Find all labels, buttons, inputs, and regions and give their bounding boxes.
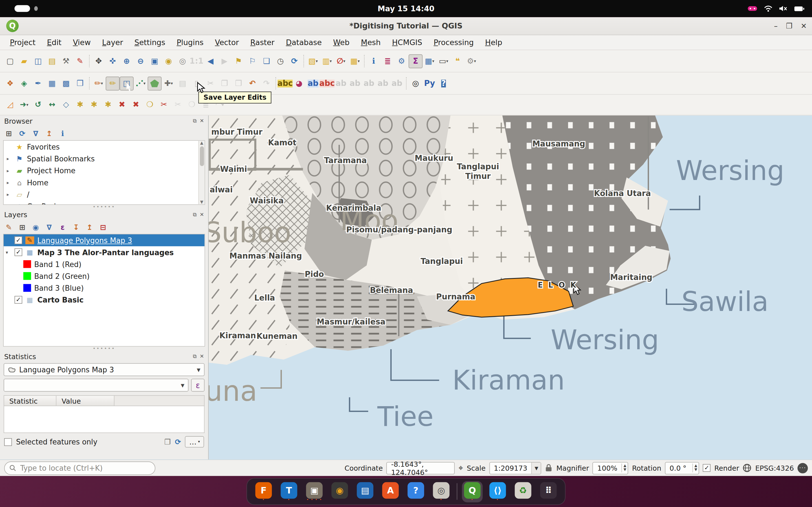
zoom-native[interactable]: 1:1▾ (190, 54, 204, 68)
column-statistic[interactable]: Statistic (4, 395, 56, 406)
temporal-controller[interactable]: ◷▾ (273, 54, 288, 68)
identify-features[interactable]: ℹ▾ (366, 54, 380, 68)
zoom-next[interactable]: ▶▾ (217, 54, 232, 68)
fill-ring[interactable]: ✱▾ (101, 98, 115, 112)
maximize-button[interactable]: ❐ (786, 22, 793, 30)
new-shapefile-layer[interactable]: ✒▾ (31, 76, 45, 91)
lock-scale-icon[interactable] (545, 464, 553, 472)
menu-item[interactable]: Database (280, 37, 327, 48)
hcmgis-tools[interactable]: ◎▾ (409, 76, 423, 91)
panel-splitter-2[interactable]: •••••• (0, 347, 208, 351)
style-manager[interactable]: ✎▾ (73, 54, 87, 68)
crs-label[interactable]: EPSG:4326 (755, 464, 794, 472)
zoom-full[interactable]: ▣▾ (147, 54, 161, 68)
show-statistical-summary[interactable]: Σ▾ (409, 54, 423, 68)
column-value[interactable]: Value (56, 395, 114, 406)
render-checkbox[interactable]: ✓ (703, 464, 711, 472)
remove-layer[interactable]: ⊟▾ (97, 221, 109, 233)
new-print-layout[interactable]: ▤▾ (45, 54, 59, 68)
title-bar[interactable]: Q *Digitising Tutorial — QGIS – ❐ ✕ (0, 17, 812, 35)
processing-toolbox[interactable]: ⚙▾ (395, 54, 409, 68)
manage-map-themes[interactable]: ◉▾ (30, 221, 42, 233)
zoom-last[interactable]: ◀▾ (204, 54, 218, 68)
vertex-tool[interactable]: ✚▾ (161, 76, 175, 91)
toolbar-button[interactable]: ▾ (404, 76, 409, 91)
toolbar-button[interactable]: ▾ (87, 54, 92, 68)
layer-item[interactable]: Band 2 (Green) (4, 270, 205, 282)
layer-checkbox[interactable]: ✓ (14, 248, 22, 256)
change-label-properties[interactable]: ab▾ (390, 76, 404, 91)
selected-features-only-checkbox[interactable] (4, 438, 12, 446)
cad-tools[interactable]: ◿▾ (3, 98, 17, 112)
move-feature[interactable]: ➜▾ (17, 98, 31, 112)
measure-line[interactable]: ▭▾ (437, 54, 451, 68)
magnifier-spinner[interactable]: 100%▲▼ (593, 462, 628, 474)
browser-float-button[interactable]: ⧉ (193, 118, 197, 124)
new-mesh-layer[interactable]: ▩▾ (59, 76, 73, 91)
statistics-expression-combo[interactable]: ▼ (4, 379, 189, 392)
deselect-features[interactable]: ∅▾ (334, 54, 348, 68)
expression-builder-button[interactable]: ε (191, 379, 205, 392)
screenshot-tool[interactable]: ◎ • (431, 481, 451, 502)
menu-item[interactable]: Project (4, 37, 42, 48)
processing-options[interactable]: ⚙▾ (465, 54, 479, 68)
show-hidden-labels[interactable]: ab▾ (348, 76, 362, 91)
menu-item[interactable]: Help (479, 37, 508, 48)
layer-diagram[interactable]: ◕▾ (292, 76, 306, 91)
layer-labeling[interactable]: abc▾ (278, 76, 292, 91)
statistics-close-button[interactable]: ✕ (200, 353, 204, 359)
vscode[interactable]: ⟨⟩ • (487, 481, 508, 502)
browser-item[interactable]: ★ Favorites (4, 141, 205, 153)
add-ring[interactable]: ✱▾ (73, 98, 87, 112)
add-group[interactable]: ⊞▾ (17, 221, 28, 233)
collapse-all-layers[interactable]: ↥▾ (84, 221, 95, 233)
show-layout-manager[interactable]: ⚒▾ (59, 54, 73, 68)
trim-extend-feature[interactable]: ✂▾ (157, 98, 171, 112)
toolbar-button[interactable]: ▾ (87, 76, 92, 91)
toggle-editing[interactable]: ✏▾ (106, 76, 120, 91)
app-center[interactable]: A (380, 481, 401, 502)
files[interactable]: ▣ • • • • (304, 481, 324, 502)
expand-all[interactable]: ↧▾ (70, 221, 82, 233)
menu-item[interactable]: View (67, 37, 96, 48)
zoom-to-layer[interactable]: ◎▾ (175, 54, 190, 68)
panel-splitter[interactable]: •••••• (0, 205, 208, 209)
toolbar-button[interactable]: ▾ (301, 54, 306, 68)
extent-toggle-icon[interactable]: ⌖ (458, 463, 463, 473)
statistics-table-body[interactable] (4, 406, 205, 433)
open-project[interactable]: ▰▾ (17, 54, 31, 68)
redo[interactable]: ↷▾ (259, 76, 273, 91)
new-virtual-layer[interactable]: ❒▾ (73, 76, 87, 91)
dock-app[interactable] (456, 483, 457, 500)
menu-item[interactable]: Mesh (355, 37, 387, 48)
filter-by-expression[interactable]: ε▾ (57, 221, 68, 233)
select-features[interactable]: ▧▾ (306, 54, 320, 68)
browser-close-button[interactable]: ✕ (200, 118, 204, 124)
modify-attributes[interactable]: ▤▾ (175, 76, 190, 91)
filter-legend[interactable]: ∇▾ (43, 221, 55, 233)
pin-labels[interactable]: ab▾ (306, 76, 320, 91)
python-console[interactable]: Py▾ (423, 76, 437, 91)
rotate-label[interactable]: ab▾ (376, 76, 390, 91)
menu-item[interactable]: Settings (129, 37, 171, 48)
select-features-by-value[interactable]: ▥▾ (320, 54, 334, 68)
new-spatial-bookmark[interactable]: ⚑▾ (232, 54, 246, 68)
move-label[interactable]: ab▾ (362, 76, 376, 91)
trash[interactable]: ♻ (513, 481, 533, 502)
rotate-feature[interactable]: ↺▾ (31, 98, 45, 112)
copy-features[interactable]: ❐▾ (217, 76, 232, 91)
layer-item[interactable]: Band 1 (Red) (4, 258, 205, 270)
layer-checkbox[interactable]: ✓ (14, 236, 22, 244)
firefox[interactable]: F • (253, 481, 274, 502)
close-button[interactable]: ✕ (801, 22, 807, 30)
pin-unpin-labels[interactable]: ab▾ (334, 76, 348, 91)
locator-input[interactable] (4, 461, 155, 474)
add-polygon-feature[interactable]: ▾ (147, 76, 161, 91)
statistics-float-button[interactable]: ⧉ (193, 353, 197, 359)
layers-float-button[interactable]: ⧉ (193, 212, 197, 218)
refresh-map[interactable]: ⟳▾ (287, 54, 301, 68)
properties-widget[interactable]: ℹ (57, 128, 68, 139)
digitize-with-segment[interactable]: ⋰▾ (134, 76, 148, 91)
undo[interactable]: ↶▾ (246, 76, 260, 91)
layers-close-button[interactable]: ✕ (200, 212, 204, 218)
